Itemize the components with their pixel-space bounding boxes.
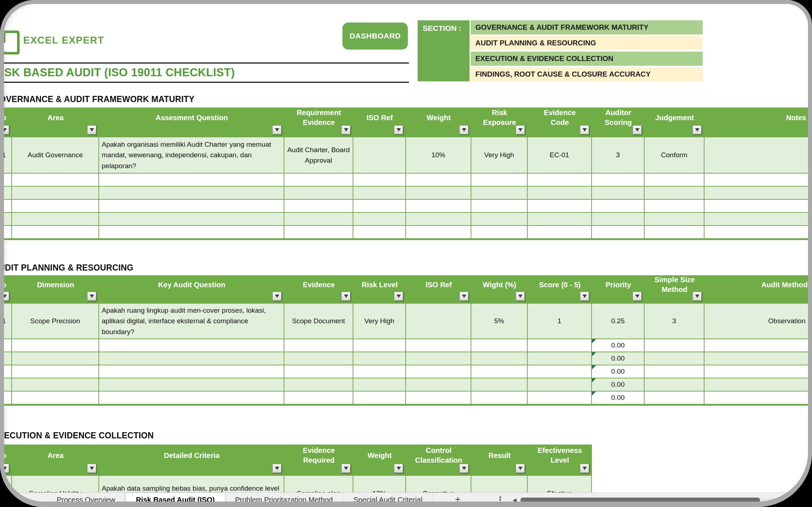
- filter-button[interactable]: [633, 292, 642, 301]
- table-cell[interactable]: [99, 392, 284, 405]
- table-cell[interactable]: [406, 226, 471, 239]
- table-cell[interactable]: 0.00: [592, 365, 645, 378]
- table-cell[interactable]: [645, 365, 705, 378]
- table-cell[interactable]: Scope Precision: [12, 304, 99, 339]
- table-cell[interactable]: [284, 365, 353, 378]
- table-cell[interactable]: [645, 339, 705, 352]
- table-cell[interactable]: 0.00: [592, 352, 645, 365]
- tabbar-menu-icon[interactable]: ⋮: [496, 493, 504, 507]
- table-cell[interactable]: [284, 187, 353, 200]
- sheet-tab-problem-prioritazation-method[interactable]: Problem Prioritazation Method: [225, 493, 343, 507]
- table-cell[interactable]: [12, 339, 99, 352]
- table-cell[interactable]: [406, 365, 471, 378]
- table-cell[interactable]: [705, 339, 812, 352]
- table-cell[interactable]: [353, 339, 406, 352]
- table-cell[interactable]: [528, 339, 592, 352]
- table-cell[interactable]: [284, 378, 353, 392]
- table-cell[interactable]: [471, 226, 528, 239]
- table-cell[interactable]: [12, 226, 99, 239]
- table-cell[interactable]: [12, 213, 99, 226]
- table-cell[interactable]: 0.00: [592, 378, 645, 392]
- table-cell[interactable]: [353, 213, 406, 226]
- table-cell[interactable]: [592, 213, 645, 226]
- table-cell[interactable]: [0, 226, 12, 239]
- table-cell[interactable]: [406, 352, 471, 365]
- table-cell[interactable]: [705, 365, 812, 378]
- table-cell[interactable]: [471, 392, 528, 405]
- table-cell[interactable]: [645, 352, 705, 365]
- table-cell[interactable]: [528, 226, 592, 239]
- section-nav-item-findings[interactable]: FINDINGS, ROOT CAUSE & CLOSURE ACCURACY: [471, 67, 703, 81]
- table-cell[interactable]: [0, 187, 12, 200]
- filter-button[interactable]: [516, 292, 525, 301]
- table-cell[interactable]: [99, 378, 284, 392]
- filter-button[interactable]: [272, 292, 281, 301]
- filter-button[interactable]: [580, 464, 589, 473]
- table-cell[interactable]: [705, 200, 812, 213]
- table-cell[interactable]: [99, 213, 284, 226]
- table-cell[interactable]: [12, 187, 99, 200]
- table-cell[interactable]: [592, 174, 645, 187]
- filter-button[interactable]: [633, 125, 642, 134]
- horizontal-scrollbar-thumb[interactable]: [520, 498, 760, 503]
- table-cell[interactable]: [284, 174, 353, 187]
- table-cell[interactable]: [528, 392, 592, 405]
- table-cell[interactable]: [528, 187, 592, 200]
- table-cell[interactable]: [0, 352, 12, 365]
- table-cell[interactable]: [353, 365, 406, 378]
- filter-button[interactable]: [0, 292, 9, 301]
- table-cell[interactable]: [0, 392, 12, 405]
- table-cell[interactable]: [645, 392, 705, 405]
- table-cell[interactable]: [0, 365, 12, 378]
- table-cell[interactable]: Very High: [471, 137, 528, 174]
- table-cell[interactable]: [353, 226, 406, 239]
- table-cell[interactable]: [705, 392, 812, 405]
- table-cell[interactable]: 5%: [471, 304, 528, 339]
- table-cell[interactable]: [592, 200, 645, 213]
- table-cell[interactable]: [592, 226, 645, 239]
- table-cell[interactable]: [528, 352, 592, 365]
- filter-button[interactable]: [693, 292, 702, 301]
- filter-button[interactable]: [516, 464, 525, 473]
- table-cell[interactable]: [12, 365, 99, 378]
- scroll-left-arrow-icon[interactable]: ◀: [512, 493, 517, 507]
- filter-button[interactable]: [459, 464, 468, 473]
- filter-button[interactable]: [580, 292, 589, 301]
- table-cell[interactable]: EC-01: [528, 137, 592, 174]
- table-cell[interactable]: [99, 187, 284, 200]
- table-cell[interactable]: [705, 174, 812, 187]
- sheet-tab-risk-based-audit-iso-[interactable]: Risk Based Audit (ISO): [126, 493, 225, 507]
- table-cell[interactable]: 1: [528, 304, 592, 339]
- table-cell[interactable]: [353, 378, 406, 392]
- table-cell[interactable]: [645, 213, 705, 226]
- table-cell[interactable]: [471, 352, 528, 365]
- table-cell[interactable]: [0, 378, 12, 392]
- add-sheet-button[interactable]: +: [450, 493, 466, 507]
- table-cell[interactable]: [284, 339, 353, 352]
- table-cell[interactable]: [284, 392, 353, 405]
- sheet-tab-process-overview[interactable]: Process Overview: [46, 493, 126, 507]
- table-cell[interactable]: [12, 378, 99, 392]
- table-cell[interactable]: Very High: [353, 304, 406, 339]
- filter-button[interactable]: [341, 292, 350, 301]
- sheet-tab-special-audit-criterial[interactable]: Special Audit Criterial: [343, 493, 433, 507]
- table-cell[interactable]: [471, 174, 528, 187]
- filter-button[interactable]: [459, 125, 468, 134]
- table-cell[interactable]: 1.1: [0, 137, 12, 174]
- filter-button[interactable]: [394, 464, 403, 473]
- table-cell[interactable]: [12, 352, 99, 365]
- table-cell[interactable]: [705, 137, 812, 174]
- table-cell[interactable]: Audit Governance: [12, 137, 99, 174]
- filter-button[interactable]: [341, 125, 350, 134]
- filter-button[interactable]: [87, 464, 96, 473]
- table-cell[interactable]: [406, 339, 471, 352]
- table-cell[interactable]: [353, 137, 406, 174]
- dashboard-button[interactable]: DASHBOARD: [342, 23, 408, 49]
- table-cell[interactable]: [406, 187, 471, 200]
- table-cell[interactable]: [705, 187, 812, 200]
- table-cell[interactable]: [12, 174, 99, 187]
- table-cell[interactable]: [99, 365, 284, 378]
- table-cell[interactable]: Observation: [705, 304, 812, 339]
- filter-button[interactable]: [693, 125, 702, 134]
- table-cell[interactable]: Audit Charter, Board Approval: [284, 137, 353, 174]
